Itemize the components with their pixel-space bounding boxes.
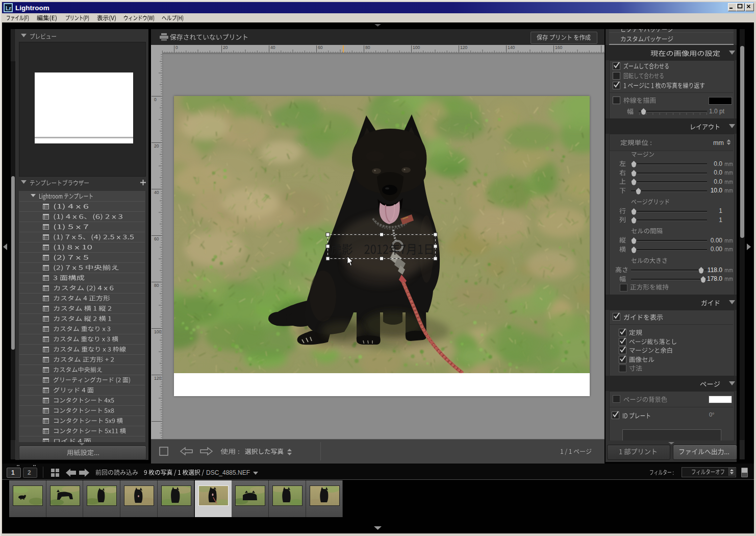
svg-text:120: 120 bbox=[460, 45, 467, 50]
svg-text:60: 60 bbox=[318, 45, 323, 50]
svg-text:20: 20 bbox=[154, 143, 159, 149]
svg-text:80: 80 bbox=[154, 283, 159, 288]
svg-text:40: 40 bbox=[270, 45, 275, 50]
svg-text:100: 100 bbox=[413, 45, 420, 50]
svg-text:100: 100 bbox=[154, 329, 161, 334]
svg-text:140: 140 bbox=[508, 45, 515, 50]
svg-text:160: 160 bbox=[555, 45, 562, 50]
svg-text:120: 120 bbox=[154, 376, 161, 381]
svg-text:0: 0 bbox=[175, 45, 178, 50]
svg-text:80: 80 bbox=[365, 45, 370, 50]
svg-text:60: 60 bbox=[154, 236, 159, 241]
svg-text:20: 20 bbox=[223, 45, 228, 50]
svg-text:40: 40 bbox=[154, 190, 159, 195]
svg-text:0: 0 bbox=[154, 97, 157, 102]
